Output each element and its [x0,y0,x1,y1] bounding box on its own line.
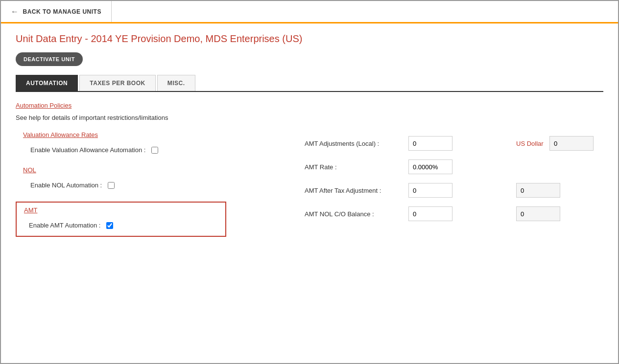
tab-taxes-per-book[interactable]: TAXES PER BOOK [79,75,155,91]
amt-title[interactable]: AMT [24,206,37,214]
amt-checkbox[interactable] [106,222,113,229]
amt-nol-row: AMT NOL C/O Balance : [305,206,603,221]
amt-after-tax-currency-group [516,183,560,198]
deactivate-unit-button[interactable]: DEACTIVATE UNIT [16,52,83,66]
nol-label: Enable NOL Automation : [30,182,102,189]
left-panel: Valuation Allowance Rates Enable Valuati… [16,131,226,247]
top-bar: ← BACK TO MANAGE UNITS [1,1,618,23]
amt-nol-currency-input[interactable] [516,206,560,221]
amt-adjustments-input[interactable] [408,136,452,151]
amt-after-tax-label: AMT After Tax Adjustment : [305,187,403,194]
nol-section: NOL Enable NOL Automation : [16,166,226,192]
valuation-allowance-label: Enable Valuation Allowance Automation : [30,146,145,154]
amt-after-tax-input[interactable] [408,183,452,198]
amt-after-tax-row: AMT After Tax Adjustment : [305,183,603,198]
amt-adjustments-row: AMT Adjustments (Local) : US Dollar [305,136,603,151]
amt-rate-input[interactable] [408,159,452,174]
page-title: Unit Data Entry - 2014 YE Provision Demo… [16,33,603,45]
amt-label: Enable AMT Automation : [29,222,100,229]
tab-misc[interactable]: MISC. [157,75,195,91]
help-text: See help for details of important restri… [16,114,603,121]
nol-checkbox[interactable] [108,182,115,189]
amt-nol-left: AMT NOL C/O Balance : [305,206,452,221]
tab-content-automation: Automation Policies See help for details… [16,92,603,256]
amt-nol-currency-group [516,206,560,221]
back-button[interactable]: ← BACK TO MANAGE UNITS [1,1,112,22]
tabs-container: AUTOMATION TAXES PER BOOK MISC. [16,75,603,92]
main-content: Unit Data Entry - 2014 YE Provision Demo… [1,23,618,363]
amt-nol-input[interactable] [408,206,452,221]
amt-after-tax-left: AMT After Tax Adjustment : [305,183,452,198]
body-layout: Valuation Allowance Rates Enable Valuati… [16,131,603,247]
amt-after-tax-currency-input[interactable] [516,183,560,198]
amt-rate-row: AMT Rate : [305,159,603,174]
valuation-allowance-row: Enable Valuation Allowance Automation : [16,143,226,157]
amt-adjustments-left: AMT Adjustments (Local) : [305,136,452,151]
back-button-label: BACK TO MANAGE UNITS [23,8,101,15]
amt-adjustments-currency-group: US Dollar [516,136,594,151]
nol-row: Enable NOL Automation : [16,179,226,192]
valuation-allowance-section: Valuation Allowance Rates Enable Valuati… [16,131,226,157]
amt-rate-label: AMT Rate : [305,163,403,171]
amt-nol-label: AMT NOL C/O Balance : [305,210,403,218]
amt-adjustments-label: AMT Adjustments (Local) : [305,140,403,147]
right-panel: AMT Adjustments (Local) : US Dollar AMT … [226,131,603,247]
valuation-allowance-title[interactable]: Valuation Allowance Rates [23,131,98,138]
amt-adjustments-currency-input[interactable] [549,136,594,151]
nol-title[interactable]: NOL [23,166,36,174]
amt-row: Enable AMT Automation : [22,219,220,232]
amt-section: AMT Enable AMT Automation : [16,202,226,237]
valuation-allowance-checkbox[interactable] [151,147,158,154]
tab-automation[interactable]: AUTOMATION [16,75,78,91]
currency-label: US Dollar [516,140,546,147]
automation-policies-link[interactable]: Automation Policies [16,102,71,109]
back-arrow-icon: ← [11,7,19,16]
